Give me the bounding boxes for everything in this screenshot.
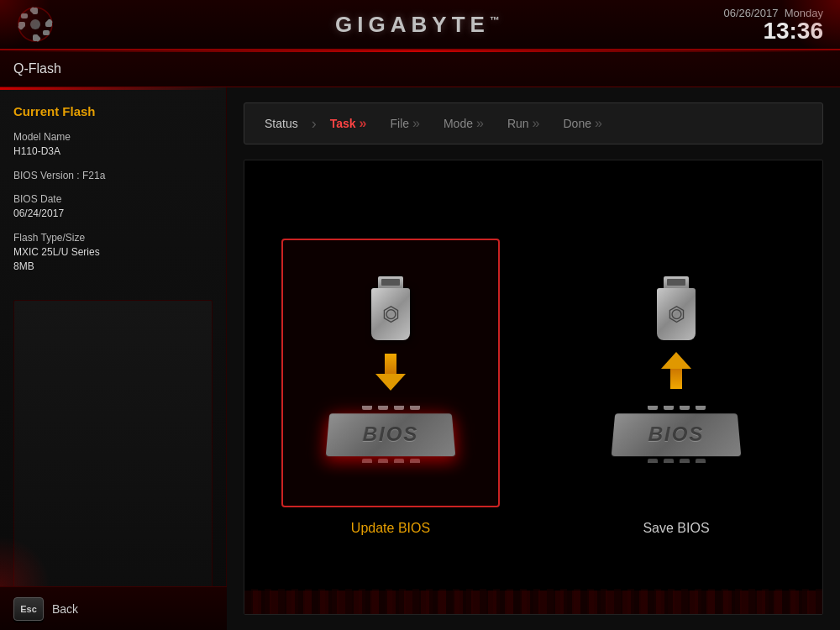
brand-title: GIGABYTE™ <box>335 12 505 38</box>
update-bios-card[interactable]: ⏣ <box>281 239 500 536</box>
content-area: Status › Task » File » Mode » Run » Done… <box>227 87 840 630</box>
svg-rect-10 <box>21 13 28 18</box>
nav-title: Q-Flash <box>13 61 61 76</box>
flash-type-value: MXIC 25L/U Series <box>13 245 213 260</box>
update-bios-box[interactable]: ⏣ <box>281 239 500 507</box>
model-label: Model Name <box>13 130 213 144</box>
top-bar: GIGABYTE™ 06/26/2017 Monday 13:36 <box>0 0 840 50</box>
steps-bar: Status › Task » File » Mode » Run » Done… <box>244 102 823 144</box>
svg-point-1 <box>30 19 40 29</box>
bios-date-info: BIOS Date 06/24/2017 <box>13 192 213 221</box>
save-bios-label: Save BIOS <box>643 521 709 536</box>
step-task[interactable]: Task » <box>318 111 379 136</box>
save-bios-card[interactable]: ⏣ <box>567 239 785 536</box>
bios-date-value: 06/24/2017 <box>13 207 213 221</box>
task-area: ⏣ <box>244 160 823 615</box>
save-bios-box[interactable]: ⏣ <box>567 239 785 507</box>
step-run[interactable]: Run » <box>496 111 552 136</box>
esc-key[interactable]: Esc <box>13 597 44 621</box>
gear-icon <box>17 6 54 43</box>
main-layout: Current Flash Model Name H110-D3A BIOS V… <box>0 87 840 630</box>
flash-type-info: Flash Type/Size MXIC 25L/U Series 8MB <box>13 231 213 273</box>
datetime: 06/26/2017 Monday 13:36 <box>723 7 823 43</box>
sidebar-extra-panel <box>13 300 213 613</box>
nav-bar: Q-Flash <box>0 50 840 87</box>
back-label: Back <box>52 602 78 616</box>
bottom-bar: Esc Back <box>0 586 227 630</box>
bottom-stripe <box>244 591 822 614</box>
sidebar: Current Flash Model Name H110-D3A BIOS V… <box>0 87 227 630</box>
model-value: H110-D3A <box>13 144 213 159</box>
step-mode[interactable]: Mode » <box>432 111 496 136</box>
model-info: Model Name H110-D3A <box>13 130 213 159</box>
current-flash-title: Current Flash <box>13 104 213 118</box>
update-bios-label: Update BIOS <box>351 521 430 536</box>
step-done[interactable]: Done » <box>551 111 613 136</box>
flash-type-label: Flash Type/Size <box>13 231 213 245</box>
svg-rect-7 <box>43 30 50 35</box>
step-file[interactable]: File » <box>378 111 431 136</box>
step-status: Status <box>253 112 310 135</box>
bios-date-label: BIOS Date <box>13 192 213 207</box>
bios-version-label: BIOS Version : F21a <box>13 169 213 183</box>
flash-size-value: 8MB <box>13 260 213 274</box>
bios-version-info: BIOS Version : F21a <box>13 169 213 183</box>
